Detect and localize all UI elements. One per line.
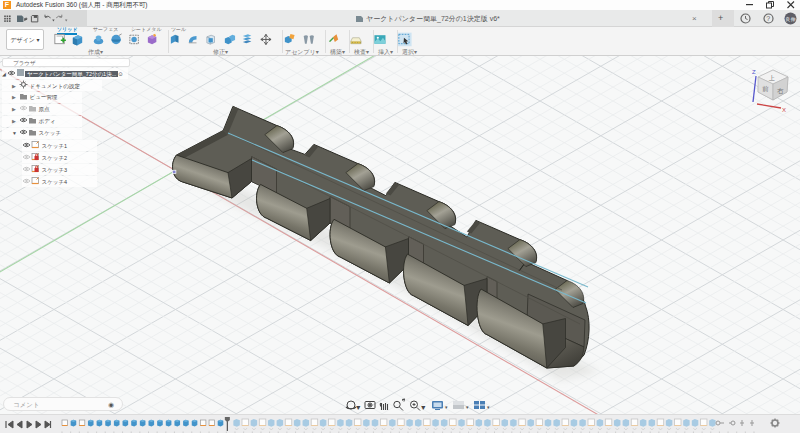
svg-text:▾: ▾ [466, 404, 469, 410]
svg-text:?: ? [766, 15, 770, 22]
svg-text:右: 右 [777, 87, 784, 95]
svg-text:前: 前 [762, 85, 769, 92]
svg-text:▾: ▾ [357, 404, 360, 410]
svg-text:X: X [782, 107, 786, 113]
svg-text:上: 上 [768, 75, 775, 81]
svg-text:▾: ▾ [445, 404, 448, 410]
svg-text:良伸: 良伸 [786, 16, 796, 22]
svg-text:▾: ▾ [422, 404, 425, 410]
svg-text:Z: Z [752, 69, 756, 75]
svg-text:▾: ▾ [487, 404, 490, 410]
